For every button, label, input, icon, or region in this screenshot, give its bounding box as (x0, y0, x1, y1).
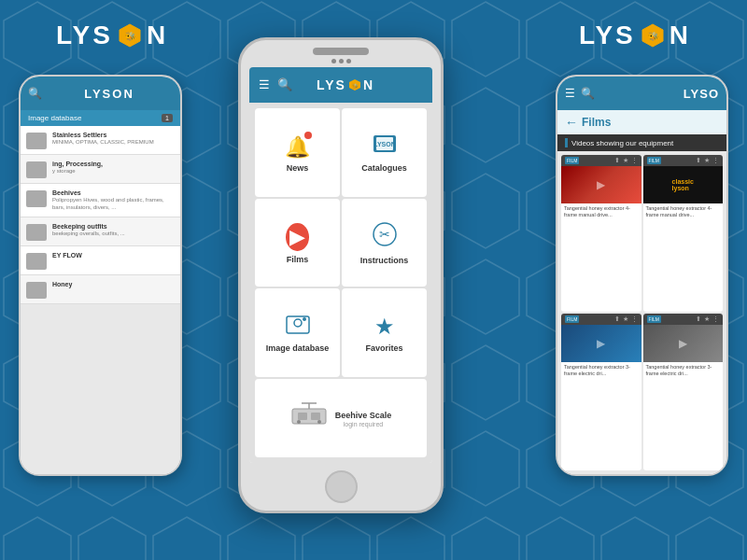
center-phone: ☰ 🔍 LYS 🐝 N 🔔 News (238, 37, 444, 513)
folder-icon (26, 190, 47, 207)
logo-top-left: LYS 🐝 N (56, 21, 168, 50)
share-icon[interactable]: ⬆ (614, 315, 620, 323)
video-thumbnail: ▶ (561, 166, 641, 203)
section-bar-icon (565, 138, 568, 147)
svg-rect-16 (311, 413, 320, 420)
center-logo-text: LYS (317, 77, 346, 92)
list-item[interactable]: ing, Processing, y storage (21, 155, 180, 184)
svg-text:🐝: 🐝 (352, 83, 359, 90)
logo-left-text2: N (147, 21, 168, 50)
star-icon[interactable]: ★ (704, 315, 710, 323)
svg-rect-15 (298, 413, 307, 420)
list-item[interactable]: Honey (21, 275, 180, 304)
menu-item-favorites[interactable]: ★ Favorites (342, 288, 427, 377)
right-search-icon[interactable]: 🔍 (581, 87, 595, 100)
video-thumbnail: ▶ (643, 325, 724, 362)
folder-icon (26, 161, 47, 178)
video-card[interactable]: FILM ⬆ ★ ⋮ ▶ Tangential honey extractor … (561, 314, 641, 470)
menu-item-catalogues[interactable]: LYSON Catalogues (342, 108, 427, 197)
star-icon[interactable]: ★ (623, 315, 628, 323)
list-item[interactable]: Stainless Settlers MINIMA, OPTIMA, CLASS… (21, 126, 180, 155)
video-tag: FILM (647, 315, 661, 323)
image-database-icon (286, 314, 310, 340)
right-phone-header: ☰ 🔍 LYSO (557, 77, 726, 110)
share-icon[interactable]: ⬆ (614, 157, 620, 164)
back-arrow-icon[interactable]: ← (565, 115, 578, 130)
left-phone-list: Stainless Settlers MINIMA, OPTIMA, CLASS… (21, 126, 180, 474)
left-phone-breadcrumb: Image database 1 (21, 110, 180, 126)
catalogues-icon: LYSON (372, 133, 398, 160)
right-phone: ☰ 🔍 LYSO ← Films Videos showing our equi… (556, 75, 728, 476)
video-card[interactable]: FILM ⬆ ★ ⋮ ▶ Tangential honey extractor … (561, 155, 641, 312)
logo-right-text2: N (669, 21, 691, 50)
catalogues-label: Catalogues (361, 163, 407, 173)
video-description: Tangential honey extractor 3-frame elect… (643, 362, 724, 379)
right-phone-logo: LYSO (684, 87, 719, 101)
video-tag: FILM (565, 315, 579, 323)
center-search-icon[interactable]: 🔍 (277, 77, 292, 91)
menu-item-instructions[interactable]: ✂ Instructions (342, 199, 427, 287)
star-icon[interactable]: ★ (623, 157, 628, 164)
svg-text:🐝: 🐝 (124, 31, 135, 42)
share-icon[interactable]: ⬆ (696, 315, 701, 323)
folder-icon (26, 253, 47, 270)
video-card[interactable]: FILM ⬆ ★ ⋮ classiclyson Tangential honey… (643, 155, 724, 312)
films-icon: ▶ (286, 223, 309, 251)
video-tag: FILM (647, 157, 661, 164)
phone-dots (331, 59, 351, 63)
right-phone-films-header: ← Films (557, 110, 726, 134)
video-description: Tangential honey extractor 4-frame manua… (643, 203, 724, 220)
folder-icon (26, 133, 47, 149)
phone-notch (313, 48, 369, 55)
left-phone: 🔍 LYSON Image database 1 Stainless Settl… (19, 75, 182, 476)
logo-right-text: LYS (579, 21, 636, 50)
video-thumbnail: classiclyson (643, 166, 724, 203)
list-item[interactable]: EY FLOW (21, 246, 180, 275)
list-item[interactable]: Beekeping outfits beekeping overalls, ou… (21, 217, 180, 246)
share-icon[interactable]: ⬆ (696, 157, 701, 164)
menu-item-news[interactable]: 🔔 News (255, 108, 340, 197)
films-section-title: Films (582, 116, 611, 129)
left-search-icon[interactable]: 🔍 (28, 87, 42, 100)
folder-icon (26, 282, 47, 299)
menu-item-films[interactable]: ▶ Films (255, 199, 340, 287)
center-logo-n: N (363, 77, 374, 92)
logo-left-text: LYS (56, 21, 113, 50)
center-phone-header: ☰ 🔍 LYS 🐝 N (249, 67, 432, 103)
folder-icon (26, 224, 47, 241)
more-icon[interactable]: ⋮ (631, 315, 638, 323)
videos-section-header: Videos showing our equipment (557, 134, 726, 151)
left-phone-header: 🔍 LYSON (21, 77, 180, 110)
center-menu-grid: 🔔 News LYSON Catalogues (249, 103, 432, 464)
center-hamburger-icon[interactable]: ☰ (259, 77, 270, 91)
menu-item-image-database[interactable]: Image database (255, 288, 340, 377)
favorites-label: Favorites (365, 343, 402, 353)
svg-text:✂: ✂ (379, 227, 390, 242)
list-item[interactable]: Beehives Polipropyen Hives, wood and pla… (21, 184, 180, 217)
svg-point-18 (317, 420, 321, 424)
more-icon[interactable]: ⋮ (712, 157, 719, 164)
menu-item-beehive-scale[interactable]: Beehive Scale login required (255, 379, 427, 458)
video-thumbnail: ▶ (561, 325, 641, 362)
video-card[interactable]: FILM ⬆ ★ ⋮ ▶ Tangential honey extractor … (643, 314, 724, 470)
svg-point-17 (297, 420, 301, 424)
right-hamburger-icon[interactable]: ☰ (565, 87, 575, 100)
more-icon[interactable]: ⋮ (712, 315, 719, 323)
logo-left-hex-icon: 🐝 (117, 22, 143, 49)
videos-section-subtitle: Videos showing our equipment (571, 139, 673, 147)
favorites-icon: ★ (374, 314, 395, 340)
logo-right-hex-icon: 🐝 (640, 22, 666, 49)
svg-text:LYSON: LYSON (374, 141, 395, 147)
video-description: Tangential honey extractor 4-frame manua… (561, 203, 641, 220)
beehive-scale-icon (290, 401, 328, 433)
instructions-label: Instructions (360, 256, 409, 265)
video-tag: FILM (565, 157, 579, 164)
instructions-icon: ✂ (373, 222, 397, 252)
beehive-scale-label: Beehive Scale (335, 411, 392, 420)
phone-home-button[interactable] (325, 470, 358, 503)
more-icon[interactable]: ⋮ (631, 157, 638, 164)
left-phone-badge: 1 (162, 114, 173, 122)
star-icon[interactable]: ★ (704, 157, 710, 164)
image-database-label: Image database (266, 343, 330, 353)
bell-notification-icon: 🔔 (285, 133, 310, 160)
